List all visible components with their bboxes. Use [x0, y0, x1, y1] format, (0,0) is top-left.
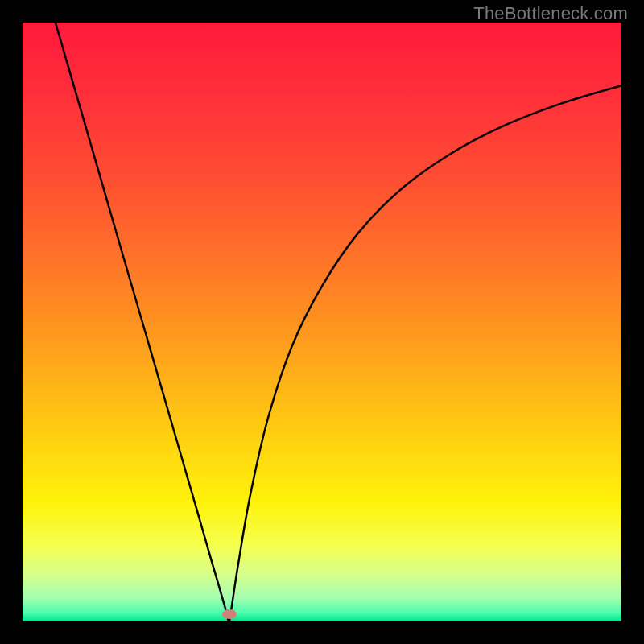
- minimum-marker: [222, 609, 237, 619]
- watermark-text: TheBottleneck.com: [473, 3, 628, 24]
- plot-area: [23, 23, 621, 621]
- bottleneck-curve: [23, 23, 621, 621]
- chart-frame: TheBottleneck.com: [0, 0, 644, 644]
